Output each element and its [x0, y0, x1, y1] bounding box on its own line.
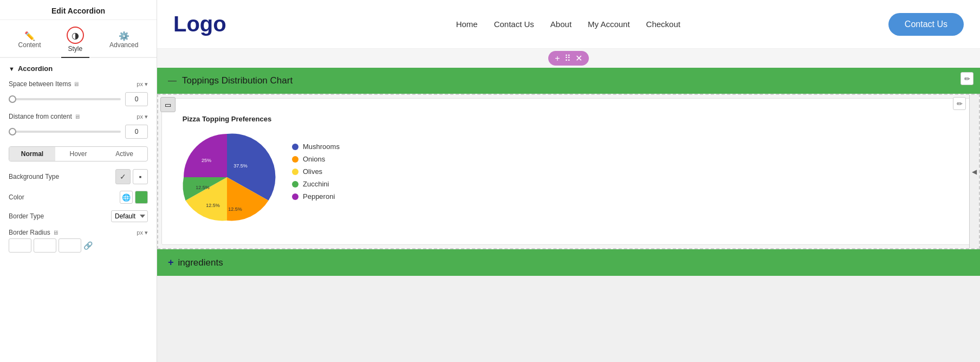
nav-about[interactable]: About [550, 20, 572, 29]
accordion-header-2[interactable]: + ingredients [157, 249, 980, 276]
chart-label-zucchini: 12.5% [196, 185, 210, 190]
panel-title: Edit Accordion [0, 0, 157, 20]
legend-label-olives: Olives [303, 167, 322, 176]
section-label: Accordion [18, 64, 53, 73]
legend-label-pepperoni: Pepperoni [303, 192, 335, 201]
section-collapse-arrow: ▼ [9, 66, 15, 72]
color-row: Color 🌐 [0, 188, 157, 207]
distance-slider-track[interactable] [9, 131, 121, 133]
nav-checkout[interactable]: Checkout [646, 20, 680, 29]
bg-type-buttons: ✓ ▪ [115, 169, 148, 184]
main-area: Logo Home Contact Us About My Account Ch… [157, 0, 980, 362]
chart-legend: Mushrooms Onions Olives Zucchini [292, 143, 340, 201]
distance-slider-thumb[interactable] [9, 128, 16, 135]
legend-dot-onions [292, 156, 298, 163]
tab-content[interactable]: ✏️ Content [13, 29, 47, 53]
site-header: Logo Home Contact Us About My Account Ch… [157, 0, 980, 49]
monitor-icon-space: 🖥 [73, 81, 79, 87]
radius-inputs: 🔗 [9, 238, 148, 253]
distance-from-content-controls: px ▾ [137, 113, 148, 120]
tab-advanced-label: Advanced [109, 41, 138, 49]
toolbar-pill: + ⠿ ✕ [548, 51, 588, 66]
legend-item-olives: Olives [292, 167, 340, 176]
px-label-space[interactable]: px ▾ [137, 81, 148, 88]
legend-label-zucchini: Zucchini [303, 180, 329, 188]
space-slider-container: 0 [0, 91, 157, 109]
legend-dot-mushrooms [292, 144, 298, 150]
pie-chart: 37.5% 25% 12.5% 12.5% 12.5% [178, 128, 276, 226]
radius-input-3[interactable] [59, 238, 81, 253]
color-swatch-wrap: 🌐 [120, 191, 148, 204]
edit-pencil-body[interactable]: ✏ [953, 97, 966, 110]
legend-dot-olives [292, 169, 298, 175]
toolbar-grid[interactable]: ⠿ [564, 53, 571, 63]
space-value-input[interactable]: 0 [125, 92, 148, 106]
distance-value-input[interactable]: 0 [125, 125, 148, 139]
distance-from-content-label: Distance from content 🖥 [9, 113, 137, 120]
px-label-radius[interactable]: px ▾ [137, 229, 148, 236]
cta-contact-us-button[interactable]: Contact Us [888, 13, 964, 36]
radius-input-2[interactable] [34, 238, 56, 253]
accordion-plus-icon: + [168, 257, 174, 268]
legend-label-mushrooms: Mushrooms [303, 143, 340, 151]
legend-item-zucchini: Zucchini [292, 180, 340, 188]
toolbar-close[interactable]: ✕ [575, 53, 582, 63]
chart-area: Pizza Topping Preferences [178, 115, 276, 228]
bg-type-solid-btn[interactable]: ✓ [115, 169, 131, 184]
distance-slider-container: 0 [0, 124, 157, 142]
toolbar-plus[interactable]: + [555, 54, 560, 63]
collapse-button[interactable]: ▭ [160, 97, 176, 112]
space-slider-track[interactable] [9, 98, 121, 100]
collapse-arrow-right[interactable]: ◀ [969, 95, 979, 248]
collapse-arrow-icon: ◀ [972, 168, 977, 176]
advanced-icon: ⚙️ [119, 31, 129, 41]
accordion-section-1: — Toppings Distribution Chart ✏ [157, 68, 980, 94]
monitor-icon-distance: 🖥 [74, 113, 80, 120]
accordion-section-2: + ingredients [157, 249, 980, 276]
edit-pencil-1[interactable]: ✏ [960, 72, 973, 85]
space-between-items-label: Space between Items 🖥 [9, 80, 137, 88]
state-tab-active[interactable]: Active [101, 147, 147, 161]
accordion-title-2: ingredients [178, 257, 223, 268]
color-swatch[interactable] [135, 191, 148, 204]
background-type-label: Background Type [9, 173, 115, 180]
border-radius-row: Border Radius 🖥 px ▾ 🔗 [0, 225, 157, 256]
accordion-section-header[interactable]: ▼ Accordion [0, 58, 157, 77]
space-between-items-row: Space between Items 🖥 px ▾ [0, 77, 157, 91]
legend-item-pepperoni: Pepperoni [292, 192, 340, 201]
tabs-row: ✏️ Content ◑ Style ⚙️ Advanced [0, 20, 157, 58]
left-panel: Edit Accordion ✏️ Content ◑ Style ⚙️ Adv… [0, 0, 157, 362]
state-tabs: Normal Hover Active [9, 146, 148, 161]
radius-input-1[interactable] [9, 238, 31, 253]
globe-icon[interactable]: 🌐 [120, 191, 133, 204]
px-label-distance[interactable]: px ▾ [137, 113, 148, 120]
nav-my-account[interactable]: My Account [588, 20, 630, 29]
toolbar-row: + ⠿ ✕ [157, 49, 980, 68]
accordion-title-1: Toppings Distribution Chart [182, 75, 293, 86]
content-area: + ⠿ ✕ — Toppings Distribution Chart ✏ ▭ … [157, 49, 980, 362]
background-type-row: Background Type ✓ ▪ [0, 166, 157, 188]
link-icon[interactable]: 🔗 [83, 241, 93, 250]
nav-home[interactable]: Home [456, 20, 478, 29]
space-between-items-controls: px ▾ [137, 81, 148, 88]
state-tab-hover[interactable]: Hover [55, 147, 101, 161]
border-type-row: Border Type Default Solid Dashed Dotted … [0, 207, 157, 225]
state-tab-normal[interactable]: Normal [9, 147, 55, 161]
border-radius-label-row: Border Radius 🖥 px ▾ [9, 229, 148, 236]
bg-type-gradient-btn[interactable]: ▪ [133, 169, 148, 184]
monitor-icon-radius: 🖥 [53, 229, 59, 236]
legend-item-mushrooms: Mushrooms [292, 143, 340, 151]
chart-container: Pizza Topping Preferences [173, 109, 964, 234]
space-slider-thumb[interactable] [9, 95, 16, 103]
tab-style-label: Style [68, 45, 82, 53]
border-type-select[interactable]: Default Solid Dashed Dotted Double None [111, 210, 148, 222]
accordion-minus-icon: — [168, 76, 177, 86]
style-icon: ◑ [72, 30, 79, 41]
accordion-header-1[interactable]: — Toppings Distribution Chart [157, 68, 980, 94]
legend-dot-pepperoni [292, 193, 298, 200]
legend-item-onions: Onions [292, 155, 340, 163]
tab-advanced[interactable]: ⚙️ Advanced [104, 29, 144, 53]
nav-contact-us[interactable]: Contact Us [494, 20, 534, 29]
tab-style[interactable]: ◑ Style [61, 24, 89, 58]
nav-links: Home Contact Us About My Account Checkou… [248, 20, 888, 29]
